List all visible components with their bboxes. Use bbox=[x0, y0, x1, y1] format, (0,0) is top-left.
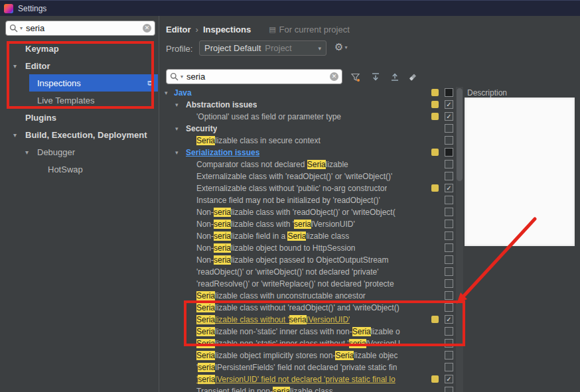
inspection-row[interactable]: Serializable class without 'readObject()… bbox=[159, 302, 465, 314]
search-match-highlight: Seria bbox=[196, 315, 215, 324]
inspection-checkbox[interactable] bbox=[445, 148, 453, 157]
inspection-row[interactable]: 'readObject()' or 'writeObject()' not de… bbox=[159, 266, 465, 278]
inspection-checkbox[interactable] bbox=[445, 351, 453, 359]
inspection-checkbox[interactable] bbox=[445, 112, 453, 121]
chevron-down-icon: ▾ bbox=[175, 99, 179, 111]
inspection-row[interactable]: ▾Serialization issues bbox=[159, 147, 465, 159]
clear-search-icon[interactable]: ✕ bbox=[330, 72, 338, 81]
search-match-highlight: seria bbox=[198, 363, 215, 372]
sidebar-item-debugger[interactable]: ▾Debugger bbox=[0, 143, 158, 161]
inspection-checkbox[interactable] bbox=[445, 375, 453, 383]
clear-search-icon[interactable]: ✕ bbox=[143, 24, 151, 33]
inspection-checkbox[interactable] bbox=[445, 303, 453, 312]
expand-all-icon[interactable] bbox=[369, 70, 382, 84]
inspection-checkbox[interactable] bbox=[445, 267, 453, 276]
severity-badge bbox=[431, 113, 439, 120]
inspection-checkbox[interactable] bbox=[445, 124, 453, 133]
inspection-row[interactable]: Non-serializable object passed to Object… bbox=[159, 254, 465, 266]
collapse-all-icon[interactable] bbox=[388, 70, 401, 84]
inspection-checkbox[interactable] bbox=[445, 363, 453, 371]
inspection-row[interactable]: Non-serializable class with 'serialVersi… bbox=[159, 218, 465, 230]
inspection-row-label: Serializable class without 'readObject()… bbox=[196, 302, 399, 314]
inspection-checkbox[interactable] bbox=[445, 184, 453, 192]
chevron-down-icon: ▾ bbox=[13, 62, 17, 70]
inspection-checkbox[interactable] bbox=[445, 315, 453, 324]
inspection-checkbox[interactable] bbox=[445, 100, 453, 109]
label-text: 'readResolve()' or 'writeReplace()' not … bbox=[196, 279, 394, 289]
inspection-checkbox[interactable] bbox=[445, 279, 453, 288]
inspection-checkbox[interactable] bbox=[445, 387, 453, 392]
inspection-row-label: Serializable object implicitly stores no… bbox=[196, 350, 398, 361]
sidebar-item-label: Inspections bbox=[37, 78, 81, 88]
inspections-search-input[interactable] bbox=[185, 71, 328, 82]
inspection-row[interactable]: Serializable object implicitly stores no… bbox=[159, 350, 465, 361]
inspection-row[interactable]: Serializable non-'static' inner class wi… bbox=[159, 326, 465, 338]
scrollbar-thumb[interactable] bbox=[457, 88, 463, 181]
label-text: lVersionUID' bbox=[311, 220, 355, 229]
inspection-checkbox[interactable] bbox=[445, 172, 453, 180]
reset-filter-eraser-icon[interactable] bbox=[406, 70, 419, 84]
inspection-row[interactable]: ▾Abstraction issues bbox=[159, 99, 465, 111]
inspection-row-label: Comparator class not declared Serializab… bbox=[196, 159, 348, 170]
window-title: Settings bbox=[18, 4, 46, 13]
search-options-caret-icon[interactable]: ▾ bbox=[20, 25, 23, 31]
inspection-row[interactable]: Serializable class in secure context bbox=[159, 135, 465, 147]
inspection-row[interactable]: Non-serializable field in a Serializable… bbox=[159, 230, 465, 242]
inspection-checkbox[interactable] bbox=[445, 136, 453, 145]
inspection-row[interactable]: Serializable class with unconstructable … bbox=[159, 290, 465, 302]
inspections-search-box[interactable]: ▾ ✕ bbox=[166, 69, 342, 84]
inspection-row[interactable]: 'serialVersionUID' field not declared 'p… bbox=[159, 373, 465, 385]
inspections-tree: ▾Java▾Abstraction issues'Optional' used … bbox=[159, 87, 465, 392]
inspection-checkbox[interactable] bbox=[445, 88, 453, 97]
inspection-row[interactable]: 'serialPersistentFields' field not decla… bbox=[159, 361, 465, 373]
inspection-row[interactable]: ▾Java bbox=[159, 87, 465, 99]
inspection-row[interactable]: Serializable class without 'serialVersio… bbox=[159, 314, 465, 326]
sidebar-item-plugins[interactable]: Plugins bbox=[0, 109, 158, 126]
inspection-row[interactable]: 'Optional' used as field or parameter ty… bbox=[159, 111, 465, 123]
sidebar-search-box[interactable]: ▾ ✕ bbox=[5, 21, 155, 36]
sidebar-search-input[interactable] bbox=[25, 23, 141, 34]
inspection-row[interactable]: Externalizable class with 'readObject()'… bbox=[159, 170, 465, 182]
inspection-checkbox[interactable] bbox=[445, 243, 453, 252]
inspection-checkbox[interactable] bbox=[445, 255, 453, 264]
inspection-row[interactable]: Non-serializable class with 'readObject(… bbox=[159, 206, 465, 218]
inspection-checkbox[interactable] bbox=[445, 291, 453, 300]
inspection-row-label: Security bbox=[186, 123, 217, 135]
inspection-row[interactable]: 'readResolve()' or 'writeReplace()' not … bbox=[159, 278, 465, 290]
label-text: Externalizable class with 'readObject()'… bbox=[196, 172, 392, 181]
inspection-checkbox[interactable] bbox=[445, 208, 453, 216]
sidebar-item-live-templates[interactable]: Live Templates bbox=[0, 92, 158, 109]
inspection-checkbox[interactable] bbox=[445, 196, 453, 204]
sidebar-item-editor[interactable]: ▾Editor bbox=[0, 57, 158, 74]
sidebar-item-hotswap[interactable]: HotSwap bbox=[0, 161, 158, 178]
profile-dropdown[interactable]: Project Default Project ▾ bbox=[199, 40, 326, 56]
inspection-row[interactable]: Non-serializable object bound to HttpSes… bbox=[159, 242, 465, 254]
inspection-checkbox[interactable] bbox=[445, 231, 453, 240]
inspection-checkbox[interactable] bbox=[445, 327, 453, 336]
inspection-row[interactable]: Serializable non-'static' inner class wi… bbox=[159, 338, 465, 350]
severity-badge bbox=[431, 89, 439, 96]
inspection-row[interactable]: Transient field in non-serializable clas… bbox=[159, 385, 465, 392]
breadcrumb-item-inspections[interactable]: Inspections bbox=[203, 25, 251, 34]
inspection-checkbox[interactable] bbox=[445, 160, 453, 168]
inspection-row-label: Serialization issues bbox=[186, 147, 259, 159]
sidebar-item-build-execution-deployment[interactable]: ▾Build, Execution, Deployment bbox=[0, 126, 158, 143]
breadcrumb-item-editor[interactable]: Editor bbox=[166, 25, 191, 34]
vertical-scrollbar[interactable] bbox=[456, 87, 463, 392]
title-bar[interactable]: Settings bbox=[0, 0, 580, 16]
inspection-row[interactable]: Instance field may not be initialized by… bbox=[159, 194, 465, 206]
inspection-row[interactable]: Comparator class not declared Serializab… bbox=[159, 159, 465, 170]
sidebar-item-keymap[interactable]: Keymap bbox=[0, 40, 158, 57]
search-match-highlight: Seria bbox=[287, 231, 306, 241]
inspection-checkbox[interactable] bbox=[445, 220, 453, 228]
inspection-row[interactable]: Externalizable class without 'public' no… bbox=[159, 182, 465, 194]
filter-funnel-icon[interactable] bbox=[348, 70, 362, 84]
profile-actions-button[interactable]: ⚙ ▾ bbox=[334, 41, 347, 53]
search-match-highlight: seria bbox=[294, 220, 311, 229]
inspection-checkbox[interactable] bbox=[445, 339, 453, 348]
sidebar-item-inspections[interactable]: Inspections⧉ bbox=[0, 74, 158, 92]
search-match-highlight: seria bbox=[214, 243, 231, 253]
inspection-row[interactable]: ▾Security bbox=[159, 123, 465, 135]
label-text: Non- bbox=[196, 255, 214, 265]
search-options-caret-icon[interactable]: ▾ bbox=[181, 74, 183, 80]
